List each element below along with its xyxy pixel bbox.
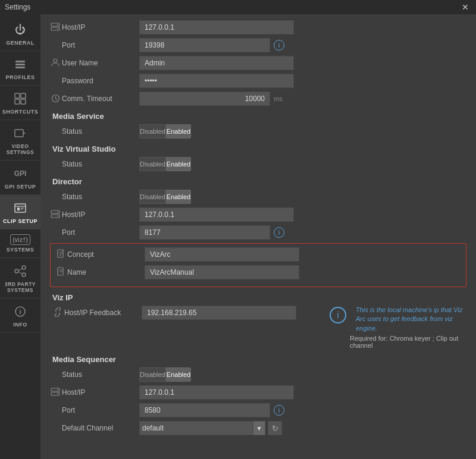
sidebar-label-profiles: PROFILES <box>5 74 35 80</box>
media-service-section-header: Media Service <box>50 112 466 121</box>
comm-timeout-input[interactable] <box>139 92 270 106</box>
username-input[interactable] <box>139 56 294 70</box>
ms-default-channel-arrow[interactable]: ▼ <box>253 421 265 435</box>
ms-status-row: Status Disabled Enabled <box>50 367 466 382</box>
ms-port-input[interactable] <box>139 403 270 417</box>
concept-name-section: Concept Name <box>50 243 466 287</box>
sidebar-label-info: INFO <box>13 322 27 328</box>
host-ip-input[interactable] <box>139 20 294 34</box>
port-info-icon[interactable]: i <box>274 40 284 51</box>
comm-timeout-row: Comm. Timeout ms <box>50 92 466 106</box>
sidebar-item-video-settings[interactable]: VIDEO SETTINGS <box>0 120 40 161</box>
password-input[interactable] <box>139 74 294 88</box>
svg-line-28 <box>55 99 57 100</box>
ms-host-label: Host/IP <box>62 388 139 397</box>
viz-ip-feedback-label: Host/IP Feedback <box>64 309 142 317</box>
director-host-input[interactable] <box>139 208 294 222</box>
vvs-status-label: Status <box>62 160 139 168</box>
sidebar-item-clip-setup[interactable]: CLIP SETUP <box>0 195 40 230</box>
svg-point-14 <box>15 269 18 273</box>
svg-point-31 <box>57 211 58 212</box>
director-port-input-wrapper: i <box>139 225 312 240</box>
username-row: User Name <box>50 56 466 70</box>
sidebar-item-3rd-party[interactable]: 3RD PARTY SYSTEMS <box>0 258 40 298</box>
ms-port-label: Port <box>62 406 139 414</box>
general-icon: ⏻ <box>12 21 29 38</box>
svg-point-23 <box>57 24 58 25</box>
password-label: Password <box>62 77 139 85</box>
password-row: Password <box>50 74 466 88</box>
sidebar-item-profiles[interactable]: PROFILES <box>0 51 40 86</box>
ms-enabled-btn[interactable]: Enabled <box>166 367 191 382</box>
clip-setup-icon <box>12 200 29 216</box>
name-input[interactable] <box>145 265 299 279</box>
sidebar-label-general: GENERAL <box>6 40 35 46</box>
gpi-icon: GPI <box>12 165 29 182</box>
svg-point-32 <box>57 215 58 216</box>
sidebar-item-info[interactable]: i INFO <box>0 298 40 333</box>
sidebar-label-clip-setup: CLIP SETUP <box>3 218 37 224</box>
ms-default-channel-row: Default Channel default ▼ ↻ <box>50 421 466 435</box>
director-port-info-icon[interactable]: i <box>274 227 284 238</box>
director-enabled-btn[interactable]: Enabled <box>166 190 191 204</box>
concept-input[interactable] <box>145 247 299 262</box>
comm-timeout-label: Comm. Timeout <box>62 95 139 103</box>
director-status-label: Status <box>62 193 139 201</box>
svg-text:i: i <box>19 308 21 315</box>
director-status-row: Status Disabled Enabled <box>50 190 466 204</box>
director-port-input[interactable] <box>139 225 270 240</box>
sidebar-item-general[interactable]: ⏻ GENERAL <box>0 17 40 51</box>
name-label: Name <box>67 268 145 276</box>
director-disabled-btn[interactable]: Disabled <box>139 190 166 204</box>
viz-ip-feedback-row: Host/IP Feedback <box>52 306 324 320</box>
svg-point-44 <box>57 389 58 390</box>
ms-host-input[interactable] <box>139 385 294 400</box>
ms-default-channel-label: Default Channel <box>62 424 139 432</box>
sidebar-item-systems[interactable]: (viz†) SYSTEMS <box>0 230 40 258</box>
ms-default-channel-select-wrapper: default ▼ ↻ <box>139 421 282 435</box>
viz-ip-info-area: i This is the local machine's ip that Vi… <box>324 306 466 349</box>
vvs-toggle: Disabled Enabled <box>139 157 191 171</box>
sidebar-item-shortcuts[interactable]: SHORTCUTS <box>0 86 40 120</box>
director-port-row: Port i <box>50 225 466 240</box>
user-icon <box>50 58 61 69</box>
ms-port-info-icon[interactable]: i <box>274 405 284 416</box>
svg-line-17 <box>18 269 22 271</box>
svg-rect-6 <box>21 99 26 104</box>
svg-rect-0 <box>15 61 25 62</box>
ms-disabled-btn[interactable]: Disabled <box>139 367 166 382</box>
host-ip-row: Host/IP <box>50 20 466 34</box>
director-server-icon <box>50 209 61 221</box>
director-toggle: Disabled Enabled <box>139 190 191 204</box>
ms-default-channel-refresh[interactable]: ↻ <box>268 421 282 435</box>
svg-point-15 <box>22 266 26 269</box>
svg-point-25 <box>54 59 57 62</box>
media-service-toggle: Disabled Enabled <box>139 124 191 139</box>
port-input[interactable] <box>139 38 270 52</box>
ms-default-channel-select[interactable]: default <box>139 421 253 435</box>
title-bar: Settings ✕ <box>0 0 476 14</box>
vvs-enabled-btn[interactable]: Enabled <box>166 157 191 171</box>
viz-ip-info-italic: This is the local machine's ip that Viz … <box>356 306 466 333</box>
ms-status-label: Status <box>62 370 139 379</box>
media-service-disabled-btn[interactable]: Disabled <box>139 124 166 139</box>
username-label: User Name <box>62 59 139 67</box>
ms-server-icon <box>50 387 61 398</box>
concept-file-icon <box>55 249 66 260</box>
media-sequencer-section-header: Media Sequencer <box>50 355 466 364</box>
close-button[interactable]: ✕ <box>459 2 471 12</box>
svg-rect-11 <box>17 208 20 210</box>
video-settings-icon <box>12 125 29 142</box>
viz-ip-feedback-input[interactable] <box>142 306 296 320</box>
comm-timeout-unit: ms <box>274 95 283 102</box>
director-port-label: Port <box>62 228 139 237</box>
media-service-enabled-btn[interactable]: Enabled <box>166 124 191 139</box>
vvs-section-header: Viz Virtual Studio <box>50 144 466 153</box>
profiles-icon <box>12 56 29 73</box>
vvs-disabled-btn[interactable]: Disabled <box>139 157 166 171</box>
sidebar-item-gpi-setup[interactable]: GPI GPI SETUP <box>0 161 40 195</box>
sidebar-label-gpi-setup: GPI SETUP <box>5 184 36 190</box>
clock-icon <box>50 94 61 104</box>
port-label: Port <box>62 41 139 49</box>
sidebar-label-shortcuts: SHORTCUTS <box>2 109 39 115</box>
